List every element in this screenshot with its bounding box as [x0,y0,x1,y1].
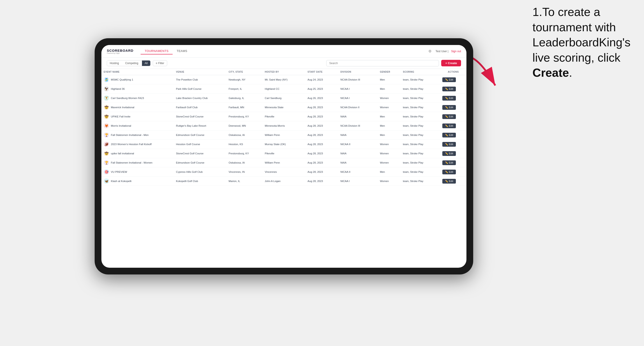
cell-scoring: team, Stroke Play [401,112,440,121]
hosting-filter-btn[interactable]: Hosting [107,60,122,66]
col-header-actions: ACTIONS [440,69,466,75]
cell-date: Aug 28, 2023 [305,158,338,167]
table-row: 🏋️ Carl Sandburg Women FA23 Lake Bracken… [102,94,466,103]
cell-event-name: 🤠 UPIKE Fall Invite [102,112,174,121]
cell-date: Aug 26, 2023 [305,94,338,103]
event-name-label: VU PREVIEW [111,171,127,173]
cell-venue: Lake Bracken Country Club [174,94,226,103]
cell-city: Deerwood, MN [226,121,263,131]
competing-filter-btn[interactable]: Competing [122,60,141,66]
filter-icon: ≡ [156,62,157,65]
cell-date: Aug 28, 2023 [305,167,338,176]
cell-venue: Edmundson Golf Course [174,131,226,140]
team-icon: 🤠 [104,114,109,119]
cell-venue: Cypress Hills Golf Club [174,167,226,176]
cell-hosted: Minnesota-Morris [262,121,305,131]
edit-button[interactable]: ✏️ Edit [442,114,456,119]
col-header-division: DIVISION [338,69,378,75]
cell-date: Aug 28, 2023 [305,149,338,158]
logo-area: SCOREBOARD Powered by Clippr [107,49,134,54]
team-icon: 🦊 [104,123,109,129]
table-row: 🦅 Highland 36 Park Hills Golf Course Fre… [102,84,466,94]
cell-division: NAIA [338,158,378,167]
edit-button[interactable]: ✏️ Edit [442,124,456,128]
cell-hosted: John A Logan [262,176,305,186]
cell-hosted: Carl Sandburg [262,94,305,103]
cell-division: NICAA I [338,94,378,103]
table-row: 🤠 UPIKE Fall Invite StoneCrest Golf Cour… [102,112,466,121]
cell-division: NCAA Division III [338,75,378,84]
event-name-label: Fall Statesmen Invitational - Women [111,161,152,164]
search-input[interactable] [326,60,439,66]
cell-venue: Faribault Golf Club [174,103,226,112]
edit-button[interactable]: ✏️ Edit [442,161,456,165]
cell-gender: Women [378,149,401,158]
cell-scoring: team, Stroke Play [401,75,440,84]
team-icon: 🏋️ [104,95,109,101]
cell-division: NICAA II [338,167,378,176]
cell-venue: Ruttger's Bay Lake Resort [174,121,226,131]
cell-city: Oskaloosa, IA [226,158,263,167]
nav-tab-teams[interactable]: TEAMS [172,48,191,54]
cell-venue: The Powelton Club [174,75,226,84]
cell-actions: ✏️ Edit [440,112,466,121]
edit-button[interactable]: ✏️ Edit [442,105,456,110]
cell-hosted: William Penn [262,158,305,167]
cell-actions: ✏️ Edit [440,140,466,149]
cell-gender: Women [378,158,401,167]
table-row: 🏆 Fall Statesmen Invitational - Men Edmu… [102,131,466,140]
col-header-hosted: HOSTED BY [262,69,305,75]
cell-date: Aug 28, 2023 [305,140,338,149]
cell-scoring: team, Stroke Play [401,149,440,158]
cell-actions: ✏️ Edit [440,75,466,84]
cell-scoring: team, Stroke Play [401,140,440,149]
edit-button[interactable]: ✏️ Edit [442,87,456,91]
cell-division: NAIA [338,131,378,140]
cell-hosted: Highland CC [262,84,305,94]
edit-button[interactable]: ✏️ Edit [442,96,456,101]
logo-text: SCOREBOARD [107,49,134,52]
cell-actions: ✏️ Edit [440,149,466,158]
filter-with-icon-btn[interactable]: ≡ Filter [153,60,167,66]
filter-group: Hosting Competing All [107,60,150,66]
cell-gender: Men [378,75,401,84]
cell-hosted: Minnesota State [262,103,305,112]
team-icon: 🤠 [104,151,109,156]
edit-button[interactable]: ✏️ Edit [442,133,456,138]
edit-button[interactable]: ✏️ Edit [442,77,456,82]
table-container: EVENT NAME VENUE CITY, STATE HOSTED BY S… [102,69,466,268]
gear-icon[interactable]: ⚙ [428,49,433,53]
event-name-label: UPIKE Fall Invite [111,115,130,118]
team-icon: 🎽 [104,77,109,82]
edit-button[interactable]: ✏️ Edit [442,170,456,174]
col-header-scoring: SCORING [401,69,440,75]
cell-actions: ✏️ Edit [440,94,466,103]
cell-division: NICAA II [338,140,378,149]
cell-gender: Women [378,94,401,103]
filter-label: Filter [158,62,164,65]
cell-city: Marion, IL [226,176,263,186]
edit-button[interactable]: ✏️ Edit [442,151,456,156]
tournaments-table: EVENT NAME VENUE CITY, STATE HOSTED BY S… [102,69,466,186]
cell-gender: Men [378,131,401,140]
tablet-frame: SCOREBOARD Powered by Clippr TOURNAMENTS… [95,38,473,274]
cell-gender: Women [378,176,401,186]
edit-button[interactable]: ✏️ Edit [442,142,456,147]
create-button[interactable]: + Create [441,60,461,66]
cell-division: NCAA Division II [338,103,378,112]
nav-tab-tournaments[interactable]: TOURNAMENTS [140,48,172,54]
cell-event-name: 🤠 upike fall invitational [102,149,174,158]
edit-button[interactable]: ✏️ Edit [442,179,456,183]
cell-division: NAIA [338,149,378,158]
cell-venue: Edmundson Golf Course [174,158,226,167]
all-filter-btn[interactable]: All [142,60,150,66]
cell-scoring: team, Stroke Play [401,121,440,131]
sign-out-link[interactable]: Sign out [451,50,461,53]
table-body: 🎽 MSMC Qualifying 1 The Powelton Club Ne… [102,75,466,186]
cell-event-name: 🦋 Klash at Kokopelli [102,176,174,186]
cell-scoring: team, Stroke Play [401,131,440,140]
search-box [326,60,439,66]
cell-venue: Kokopelli Golf Club [174,176,226,186]
cell-event-name: 🏆 Fall Statesmen Invitational - Men [102,131,174,140]
table-row: 🎽 MSMC Qualifying 1 The Powelton Club Ne… [102,75,466,84]
